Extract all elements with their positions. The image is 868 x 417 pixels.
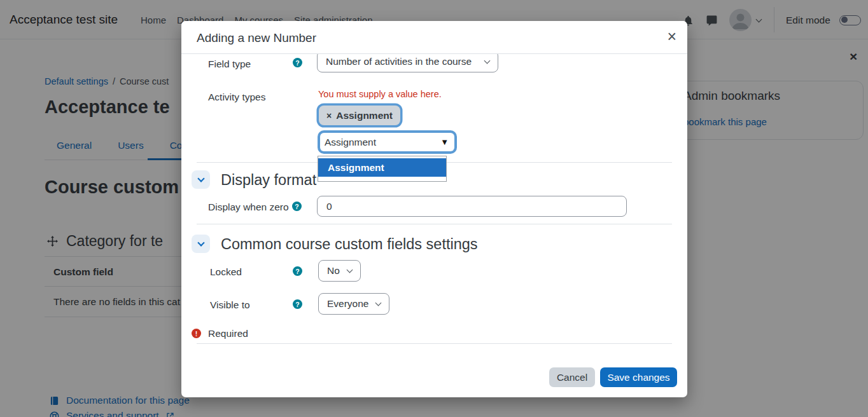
field-type-help-icon[interactable]: ?: [293, 58, 302, 67]
chevron-down-icon: [484, 58, 491, 64]
combobox-value: Assignment: [325, 137, 376, 148]
activity-types-error: You must supply a value here.: [318, 89, 442, 99]
dropdown-arrow-icon: ▼: [440, 137, 449, 147]
display-when-zero-label: Display when zero: [208, 202, 289, 213]
display-format-heading[interactable]: Display format: [221, 172, 316, 189]
chevron-down-icon: [375, 300, 382, 306]
cancel-button[interactable]: Cancel: [549, 367, 595, 387]
visible-to-select[interactable]: Everyone: [318, 293, 389, 315]
display-when-zero-help-icon[interactable]: ?: [292, 202, 302, 211]
required-icon: !: [192, 329, 201, 338]
field-type-select[interactable]: Number of activities in the course: [317, 51, 498, 72]
field-type-value: Number of activities in the course: [326, 56, 472, 67]
modal-title: Adding a new Number: [197, 31, 316, 45]
chevron-down-icon: [197, 175, 204, 182]
assignment-tag[interactable]: × Assignment: [319, 106, 400, 125]
chevron-down-icon: [346, 267, 353, 273]
visible-to-label: Visible to: [210, 299, 250, 311]
save-changes-button[interactable]: Save changes: [600, 367, 677, 387]
field-type-label: Field type: [208, 58, 251, 70]
display-when-zero-input[interactable]: 0: [317, 196, 627, 217]
modal-close-icon[interactable]: ×: [667, 29, 676, 44]
locked-value: No: [327, 265, 340, 277]
common-settings-heading[interactable]: Common course custom fields settings: [221, 236, 478, 253]
tag-remove-icon[interactable]: ×: [326, 111, 332, 121]
chevron-down-icon: [197, 239, 204, 246]
locked-label: Locked: [210, 266, 242, 278]
display-format-collapse-button[interactable]: [192, 170, 210, 189]
section-divider: [197, 224, 672, 224]
required-label: Required: [208, 328, 248, 339]
locked-select[interactable]: No: [318, 260, 361, 282]
option-assignment[interactable]: Assignment: [318, 158, 446, 177]
adding-new-number-modal: Field type ? Number of activities in the…: [181, 21, 687, 397]
combobox-dropdown-list: Assignment: [318, 156, 447, 182]
activity-types-label: Activity types: [208, 92, 265, 103]
modal-header: Adding a new Number ×: [181, 21, 687, 54]
visible-to-value: Everyone: [327, 298, 368, 310]
visible-to-help-icon[interactable]: ?: [293, 299, 302, 309]
footer-divider: [197, 343, 672, 344]
activity-types-combobox[interactable]: Assignment ▼: [320, 133, 454, 151]
tag-label: Assignment: [336, 110, 393, 121]
common-settings-collapse-button[interactable]: [192, 235, 210, 253]
locked-help-icon[interactable]: ?: [293, 266, 302, 276]
